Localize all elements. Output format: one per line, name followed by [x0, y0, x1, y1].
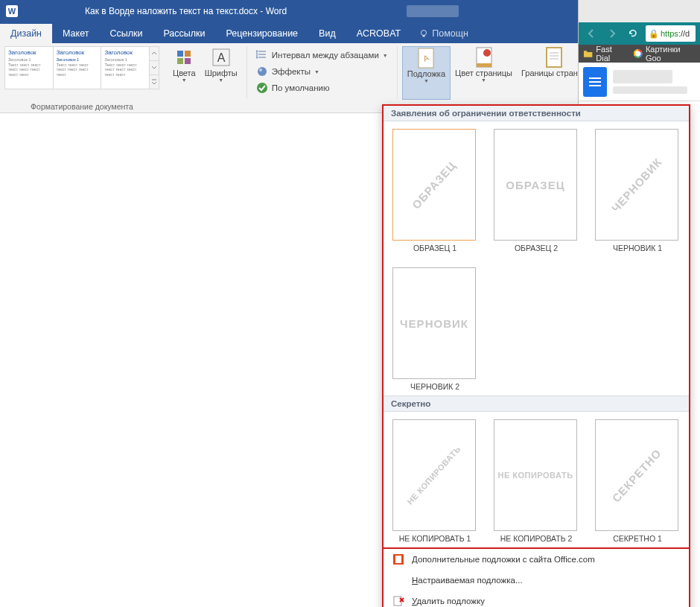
- remove-icon: [392, 595, 404, 607]
- watermark-caption: СЕКРЕТНО 1: [595, 534, 680, 543]
- watermark-caption: НЕ КОПИРОВАТЬ 1: [392, 534, 477, 543]
- watermark-option[interactable]: ЧЕРНОВИКЧЕРНОВИК 2: [392, 267, 477, 391]
- watermark-button[interactable]: A Подложка ▼: [402, 46, 451, 100]
- bookmark-google-images[interactable]: Картинки Goo: [633, 45, 696, 63]
- nav-forward-button: [604, 25, 620, 42]
- google-icon: [633, 48, 643, 59]
- fonts-button[interactable]: A Шрифты ▼: [200, 46, 242, 100]
- watermark-option[interactable]: ОБРАЗЕЦОБРАЗЕЦ 1: [392, 129, 477, 252]
- theme-scroll-up-icon[interactable]: [149, 47, 159, 61]
- watermark-label: Подложка: [407, 69, 445, 78]
- spacing-label: Интервал между абзацами: [272, 51, 379, 60]
- bulb-icon: [419, 28, 429, 39]
- dropdown-caret-icon: ▼: [481, 77, 486, 83]
- tell-me-label: Помощн: [432, 28, 468, 39]
- address-bar[interactable]: 🔒 https://d: [646, 25, 696, 42]
- lock-icon: 🔒: [649, 29, 659, 39]
- watermark-icon: A: [416, 48, 436, 68]
- wm-custom-label: Настраиваемая подложка...: [412, 576, 523, 585]
- watermark-option[interactable]: ЧЕРНОВИКЧЕРНОВИК 1: [595, 129, 680, 252]
- svg-rect-10: [177, 58, 183, 64]
- colors-label: Цвета: [173, 69, 196, 77]
- page-borders-icon: [544, 48, 564, 67]
- wm-more-office-label: Дополнительные подложки с сайта Office.c…: [412, 555, 595, 564]
- effects-button[interactable]: Эффекты ▼: [252, 64, 392, 79]
- theme-tile-2[interactable]: Заголовок Заголовок 1 Текст текст текст …: [53, 46, 102, 89]
- watermark-option[interactable]: СЕКРЕТНОСЕКРЕТНО 1: [595, 419, 680, 543]
- svg-point-18: [259, 69, 262, 71]
- account-name-blurred: [407, 5, 459, 17]
- tab-acrobat[interactable]: ACROBAT: [346, 24, 412, 43]
- watermark-option[interactable]: НЕ КОПИРОВАТЬНЕ КОПИРОВАТЬ 1: [392, 419, 477, 543]
- theme-tile-1[interactable]: Заголовок Заголовок 1Текст текст текст т…: [4, 46, 54, 89]
- word-app-icon: W: [6, 5, 18, 17]
- watermark-option[interactable]: НЕ КОПИРОВАТЬНЕ КОПИРОВАТЬ 2: [494, 419, 579, 543]
- folder-icon: [583, 48, 593, 59]
- bookmark-fast-dial[interactable]: Fast Dial: [583, 45, 627, 63]
- watermark-caption: ОБРАЗЕЦ 1: [392, 244, 477, 252]
- theme-gallery[interactable]: Заголовок Заголовок 1Текст текст текст т…: [4, 46, 159, 89]
- watermark-option[interactable]: ОБРАЗЕЦОБРАЗЕЦ 2: [494, 129, 579, 252]
- google-docs-icon[interactable]: [583, 67, 607, 97]
- tab-view[interactable]: Вид: [308, 24, 346, 43]
- theme-tile-3[interactable]: Заголовок Заголовок 1Текст текст текст т…: [101, 46, 150, 89]
- svg-rect-30: [395, 556, 401, 563]
- tab-links[interactable]: Ссылки: [99, 24, 153, 43]
- wm-section-disclaimers: Заявления об ограничении ответственности: [384, 106, 689, 121]
- colors-icon: [174, 48, 194, 67]
- set-default-button[interactable]: По умолчанию: [252, 80, 392, 95]
- theme-expand-icon[interactable]: [149, 75, 159, 89]
- effects-icon: [256, 66, 268, 77]
- effects-label: Эффекты: [272, 67, 311, 76]
- dropdown-caret-icon: ▼: [314, 69, 319, 74]
- group-label-formatting: Форматирование документа: [0, 102, 164, 111]
- watermark-caption: ЧЕРНОВИК 2: [392, 382, 477, 391]
- check-icon: [256, 82, 268, 94]
- wm-custom[interactable]: Настраиваемая подложка...: [384, 570, 689, 591]
- paragraph-spacing-button[interactable]: Интервал между абзацами ▼: [252, 48, 392, 63]
- spacing-icon: [256, 49, 268, 61]
- svg-point-5: [421, 31, 427, 36]
- browser-tabstrip[interactable]: [579, 0, 700, 22]
- url-scheme: https: [661, 29, 678, 38]
- dropdown-caret-icon: ▼: [383, 53, 388, 58]
- tab-layout[interactable]: Макет: [52, 24, 99, 43]
- svg-text:A: A: [217, 51, 225, 64]
- theme-gallery-scroll[interactable]: [149, 46, 159, 89]
- tab-review[interactable]: Рецензирование: [216, 24, 309, 43]
- bookmarks-bar: Fast Dial Картинки Goo: [579, 45, 700, 63]
- wm-remove[interactable]: Удалить подложку: [384, 591, 689, 607]
- fonts-label: Шрифты: [205, 69, 238, 77]
- fonts-icon: A: [211, 48, 231, 67]
- svg-point-19: [257, 83, 267, 93]
- tab-mailings[interactable]: Рассылки: [153, 24, 215, 43]
- svg-rect-6: [423, 35, 425, 37]
- tab-design[interactable]: Дизайн: [0, 24, 52, 43]
- page-color-label: Цвет страницы: [455, 69, 512, 77]
- url-rest: ://d: [678, 29, 690, 38]
- google-docs-header: [579, 63, 700, 101]
- wm-section-confidential: Секретно: [384, 395, 689, 412]
- default-label: По умолчанию: [272, 83, 330, 92]
- svg-point-23: [483, 49, 491, 57]
- watermark-caption: ОБРАЗЕЦ 2: [494, 244, 579, 252]
- page-color-icon: [474, 48, 494, 67]
- page-color-button[interactable]: Цвет страницы ▼: [451, 46, 517, 100]
- svg-rect-9: [185, 51, 191, 57]
- dropdown-caret-icon: ▼: [218, 77, 223, 83]
- wm-remove-label: Удалить подложку: [412, 597, 485, 606]
- window-title: Как в Ворде наложить текст на текст.docx…: [82, 6, 290, 16]
- watermark-gallery-panel: Заявления об ограничении ответственности…: [382, 104, 690, 607]
- nav-back-button: [583, 25, 599, 42]
- watermark-caption: ЧЕРНОВИК 1: [595, 244, 680, 252]
- watermark-caption: НЕ КОПИРОВАТЬ 2: [494, 534, 579, 543]
- browser-toolbar: 🔒 https://d: [579, 22, 700, 45]
- doc-title-blurred: [613, 70, 672, 83]
- dropdown-caret-icon: ▼: [182, 77, 187, 83]
- theme-scroll-down-icon[interactable]: [149, 61, 159, 75]
- reload-button[interactable]: [625, 25, 641, 42]
- colors-button[interactable]: Цвета ▼: [168, 46, 200, 100]
- tell-me-search[interactable]: Помощн: [411, 24, 476, 43]
- wm-more-office[interactable]: Дополнительные подложки с сайта Office.c…: [384, 549, 689, 570]
- svg-point-17: [258, 67, 267, 76]
